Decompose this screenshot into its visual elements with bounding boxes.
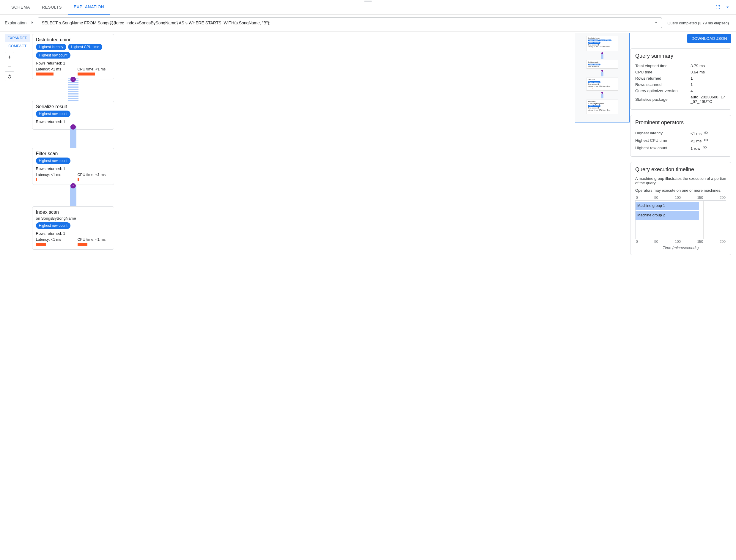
chevron-down-icon[interactable] [725, 4, 731, 10]
prominent-row[interactable]: Highest row count1 row [635, 144, 726, 152]
chip-highest-rowcount: Highest row count [36, 111, 70, 117]
view-mode-group: EXPANDED COMPACT [5, 34, 30, 50]
latency-label: Latency: <1 ms [36, 237, 69, 242]
chip-highest-rowcount: Highest row count [36, 52, 70, 59]
prominent-row[interactable]: Highest CPU time<1 ms [635, 137, 726, 144]
collapse-toggle-icon[interactable] [70, 77, 76, 82]
timeline-xlabel: Time (microseconds) [635, 246, 726, 250]
zoom-out-button[interactable] [5, 62, 14, 71]
edge [70, 185, 76, 209]
node-title: Filter scan [36, 151, 110, 156]
edge [68, 78, 78, 102]
chevron-right-icon [29, 20, 35, 26]
node-title: Index scan [36, 210, 110, 215]
tab-explanation[interactable]: EXPLANATION [68, 0, 110, 15]
drag-handle[interactable] [364, 1, 372, 2]
timeline-chart: 050100150200 Machine group 1 Machine gro… [635, 196, 726, 250]
node-title: Serialize result [36, 104, 110, 109]
panel-title: Query execution timeline [635, 166, 726, 173]
timeline-panel: Query execution timeline A machine group… [630, 162, 731, 255]
panel-title: Query summary [635, 53, 726, 59]
panel-title: Prominent operators [635, 119, 726, 126]
timeline-bar[interactable]: Machine group 1 [636, 202, 699, 210]
chip-highest-cpu: Highest CPU time [68, 44, 102, 50]
chip-highest-latency: Highest latency [36, 44, 66, 50]
prominent-row[interactable]: Highest latency<1 ms [635, 129, 726, 137]
breadcrumb: Explanation SELECT s.SongName FROM Songs… [0, 15, 736, 32]
chip-highest-rowcount: Highest row count [36, 222, 70, 229]
minimap[interactable]: Distributed union Highest latencyHighest… [575, 33, 630, 122]
cpu-label: CPU time: <1 ms [78, 237, 110, 242]
dropdown-arrow-icon [653, 20, 659, 26]
plan-graph[interactable]: Distributed union Highest latency Highes… [32, 34, 630, 281]
query-summary-panel: Query summary Total elapsed time3.79 ms … [630, 48, 731, 110]
node-subtitle: on SongsBySongName [36, 216, 110, 221]
collapse-toggle-icon[interactable] [70, 124, 76, 130]
cpu-label: CPU time: <1 ms [78, 173, 110, 177]
latency-label: Latency: <1 ms [36, 173, 69, 177]
node-title: Distributed union [36, 37, 110, 43]
rows-returned: Rows returned: 1 [36, 166, 110, 171]
timeline-desc: Operators may execute on one or more mac… [635, 188, 726, 193]
compact-mode-button[interactable]: COMPACT [5, 42, 30, 50]
edge [70, 126, 76, 150]
zoom-reset-button[interactable] [5, 71, 14, 81]
link-icon[interactable] [703, 131, 708, 136]
fullscreen-icon[interactable] [715, 4, 721, 10]
node-index-scan[interactable]: Index scan on SongsBySongName Highest ro… [32, 206, 114, 250]
timeline-desc: A machine group illustrates the executio… [635, 176, 726, 185]
node-distributed-union[interactable]: Distributed union Highest latency Highes… [32, 34, 114, 79]
timeline-bar[interactable]: Machine group 2 [636, 211, 699, 220]
zoom-in-button[interactable] [5, 52, 14, 62]
rows-returned: Rows returned: 1 [36, 119, 110, 124]
query-select[interactable]: SELECT s.SongName FROM Songs@{force_inde… [38, 18, 662, 28]
download-json-button[interactable]: DOWNLOAD JSON [687, 34, 731, 43]
prominent-operators-panel: Prominent operators Highest latency<1 ms… [630, 115, 731, 157]
cpu-label: CPU time: <1 ms [78, 67, 110, 71]
tab-schema[interactable]: SCHEMA [5, 0, 36, 15]
breadcrumb-label: Explanation [5, 21, 26, 25]
zoom-group [5, 52, 14, 81]
rows-returned: Rows returned: 1 [36, 231, 110, 236]
query-text: SELECT s.SongName FROM Songs@{force_inde… [42, 21, 270, 25]
query-status: Query completed (3.79 ms elapsed) [665, 21, 731, 25]
node-filter-scan[interactable]: Filter scan Highest row count Rows retur… [32, 148, 114, 185]
latency-label: Latency: <1 ms [36, 67, 69, 71]
link-icon[interactable] [702, 146, 707, 151]
collapse-toggle-icon[interactable] [70, 183, 76, 188]
chip-highest-rowcount: Highest row count [36, 158, 70, 164]
link-icon[interactable] [703, 139, 708, 143]
expanded-mode-button[interactable]: EXPANDED [5, 34, 30, 42]
tab-results[interactable]: RESULTS [36, 0, 68, 15]
rows-returned: Rows returned: 1 [36, 61, 110, 65]
